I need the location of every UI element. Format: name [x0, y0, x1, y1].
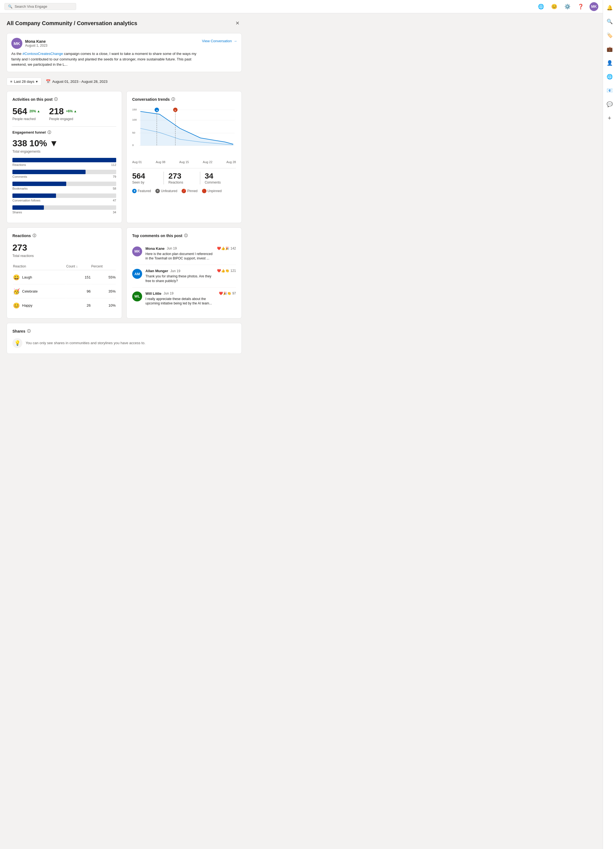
cards-grid-row2: Reactions ⓘ 273 Total reactions Reaction [7, 228, 242, 319]
close-button[interactable]: ✕ [233, 19, 242, 28]
celebrate-label: Celebrate [22, 289, 37, 293]
people-reached-number: 564 20% ▲ [12, 106, 40, 116]
trends-comments-label: Comments [205, 180, 232, 185]
shares-info-icon[interactable]: ⓘ [27, 329, 31, 334]
bell-icon[interactable]: 🔔 [605, 3, 614, 12]
right-sidebar: 🔔 🔍 🏷️ 💼 👤 🌐 📧 💬 + [603, 0, 616, 849]
period-filter-button[interactable]: ≡ Last 28 days ▾ [7, 77, 42, 86]
chevron-down-icon: ▾ [36, 79, 38, 83]
filter-icon: ≡ [10, 79, 12, 83]
comment-reaction-emojis-3: ❤️🎉👏 [219, 292, 231, 295]
bar-track-shares [12, 206, 116, 210]
bar-fill-reactions [12, 158, 116, 162]
reaction-name-happy: 😊 Happy [13, 299, 66, 312]
happy-count: 26 [66, 299, 91, 312]
tag-icon[interactable]: 🏷️ [605, 31, 614, 40]
comment-reaction-count-2: 121 [231, 269, 236, 273]
trends-stat-reactions: 273 Reactions [164, 172, 200, 185]
percent-col-header: Percent [91, 263, 116, 270]
hashtag[interactable]: #ContosoCreatesChange [22, 52, 63, 56]
trends-stat-comments: 34 Comments [200, 172, 236, 185]
legend-unpinned-dot: 🚫 [202, 189, 207, 193]
people-icon[interactable]: 👤 [605, 58, 614, 67]
bar-comments: Comments 79 [12, 170, 116, 178]
comment-author-3: Will Little [146, 292, 161, 296]
comment-avatar-2: AM [132, 269, 142, 279]
trends-seenby-label: Seen by [132, 180, 159, 185]
calendar-icon: 📅 [46, 79, 51, 83]
user-avatar[interactable]: MK [589, 2, 598, 11]
help-nav-icon[interactable]: ❓ [576, 2, 585, 11]
comment-date-1: Jun 19 [167, 246, 177, 250]
bar-track-reactions [12, 158, 116, 162]
reactions-card: Reactions ⓘ 273 Total reactions Reaction [7, 228, 122, 319]
view-conversation-link[interactable]: View Conversation → [202, 39, 237, 43]
comment-body-2: Allan Munger Jun 19 Thank you for sharin… [146, 269, 214, 283]
chart-area-fill [140, 111, 233, 146]
svg-text:0: 0 [132, 143, 134, 147]
trends-card: Conversation trends ⓘ 150 100 50 0 [126, 91, 242, 223]
add-icon[interactable]: + [605, 114, 614, 122]
happy-percent: 10% [91, 299, 116, 312]
globe-nav-icon[interactable]: 🌐 [537, 2, 545, 11]
comment-reaction-count-1: 142 [231, 246, 236, 250]
top-comments-info-icon[interactable]: ⓘ [184, 233, 187, 238]
legend-row: ★ Featured ✕ Unfeatured 📌 Pinned 🚫 Unpin… [132, 189, 236, 193]
comment-item-2: AM Allan Munger Jun 19 Thank you for sha… [132, 265, 236, 287]
laugh-label: Laugh [22, 275, 32, 279]
chat-right-icon[interactable]: 💬 [605, 100, 614, 109]
bar-label-bookmarks: Bookmarks 58 [12, 187, 116, 190]
shares-card: Shares ⓘ 💡 You can only see shares in co… [7, 323, 242, 354]
search-right-icon[interactable]: 🔍 [605, 17, 614, 26]
comment-avatar-1: MK [132, 246, 142, 256]
filter-bar: ≡ Last 28 days ▾ 📅 August 01, 2023 - Aug… [7, 77, 242, 86]
post-author-info: Mona Kane August 1, 2023 [25, 39, 48, 48]
reaction-row-laugh: 😄 Laugh 151 55% [13, 271, 116, 284]
comment-reaction-count-3: 97 [232, 292, 236, 295]
trends-svg: 150 100 50 0 [132, 106, 236, 156]
laugh-emoji: 😄 [13, 274, 20, 281]
top-comments-card-title: Top comments on this post ⓘ [132, 233, 236, 238]
celebrate-count: 96 [66, 285, 91, 298]
legend-featured-dot: ★ [132, 189, 137, 193]
settings-nav-icon[interactable]: ⚙️ [563, 2, 572, 11]
globe-right-icon[interactable]: 🌐 [605, 72, 614, 81]
sort-icon[interactable]: ↓ [76, 264, 77, 268]
reaction-col-header: Reaction [13, 263, 66, 270]
svg-text:★: ★ [156, 109, 158, 112]
trends-chart: 150 100 50 0 [132, 106, 236, 156]
svg-text:150: 150 [132, 108, 137, 111]
activities-card: Activities on this post ⓘ 564 20% ▲ Peop… [7, 91, 122, 223]
emoji-nav-icon[interactable]: 😊 [550, 2, 559, 11]
reactions-info-icon[interactable]: ⓘ [33, 233, 36, 238]
funnel-total: 338 10% ▼ [12, 138, 116, 149]
outlook-icon[interactable]: 📧 [605, 86, 614, 95]
activities-info-icon[interactable]: ⓘ [54, 97, 58, 102]
bar-label-reactions: Reactions 112 [12, 163, 116, 167]
arrow-right-icon: → [234, 39, 237, 43]
bar-shares: Shares 34 [12, 206, 116, 214]
shares-notice-icon: 💡 [12, 338, 22, 348]
bar-track-conv-follows [12, 194, 116, 198]
author-name: Mona Kane [25, 39, 48, 43]
legend-unpinned: 🚫 Unpinned [202, 189, 222, 193]
comment-item-1: MK Mona Kane Jun 19 Here is the action p… [132, 243, 236, 265]
people-reached-stat: 564 20% ▲ People reached [12, 106, 40, 121]
briefcase-icon[interactable]: 💼 [605, 45, 614, 54]
funnel-info-icon[interactable]: ⓘ [48, 130, 51, 135]
page-content: All Company Community / Conversation ana… [0, 13, 248, 364]
post-card-left: MK Mona Kane August 1, 2023 As the #Cont… [11, 38, 198, 67]
funnel-total-change: 10% ▼ [29, 138, 58, 149]
cards-grid-row1: Activities on this post ⓘ 564 20% ▲ Peop… [7, 91, 242, 223]
trends-seenby-number: 564 [132, 172, 159, 180]
people-reached-label: People reached [12, 117, 40, 121]
people-engaged-number: 218 +6% ▲ [49, 106, 77, 116]
trends-info-icon[interactable]: ⓘ [171, 97, 175, 102]
comment-list: MK Mona Kane Jun 19 Here is the action p… [132, 243, 236, 310]
total-reactions-number: 273 [12, 243, 116, 253]
search-box[interactable]: 🔍 Search Viva Engage [4, 3, 76, 10]
comment-date-2: Jun 19 [170, 269, 180, 273]
activities-card-title: Activities on this post ⓘ [12, 97, 116, 102]
post-author-avatar: MK [11, 38, 22, 49]
reactions-table: Reaction Count ↓ Percent [12, 262, 116, 313]
